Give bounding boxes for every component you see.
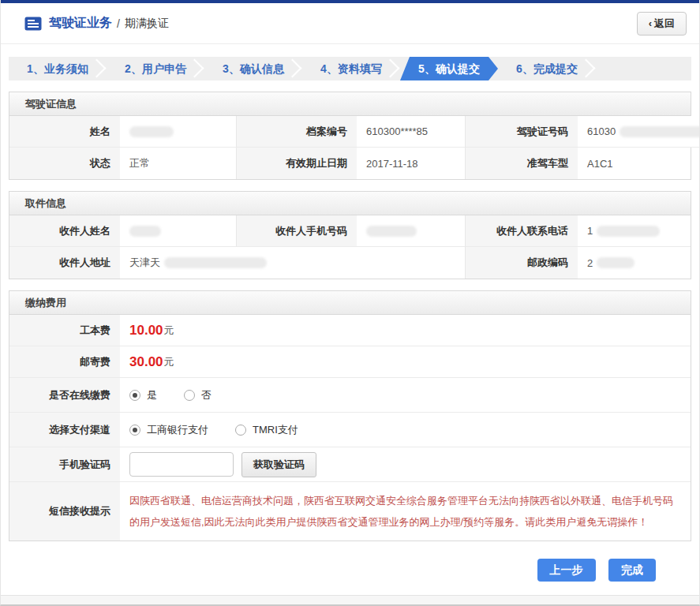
sms-code-row: 手机验证码 获取验证码: [9, 447, 691, 482]
pickup-info-row-2: 收件人地址 天津天 邮政编码 2: [9, 247, 691, 279]
permitted-vehicle-value: A1C1: [578, 148, 691, 179]
back-button-label: 返回: [654, 17, 675, 29]
sms-tip-label: 短信接收提示: [9, 482, 120, 541]
mailing-fee-label: 邮寄费: [9, 346, 120, 378]
step-1-business-notice: 1、业务须知: [9, 57, 107, 80]
sms-code-input[interactable]: [129, 452, 234, 477]
license-business-icon: [24, 17, 42, 31]
name-value: [120, 116, 237, 148]
step-wizard: 1、业务须知 2、用户申告 3、确认信息 4、资料填写 5、确认提交 6、完成提…: [9, 57, 691, 80]
driver-license-service-page: 驾驶证业务 / 期满换证 ‹返回 1、业务须知 2、用户申告 3、确认信息 4、…: [0, 0, 700, 606]
pay-online-no-label: 否: [201, 388, 211, 402]
recipient-phone-value: 1: [578, 215, 691, 247]
name-label: 姓名: [9, 116, 120, 148]
pay-online-no-option[interactable]: 否: [184, 388, 211, 402]
redacted-recipient-name: [129, 226, 161, 237]
step-3-confirm-info: 3、确认信息: [204, 57, 302, 80]
postal-code-label: 邮政编码: [466, 247, 578, 279]
breadcrumb-current: 期满换证: [125, 17, 169, 31]
permitted-vehicle-label: 准驾车型: [466, 148, 578, 179]
payment-channel-label: 选择支付渠道: [9, 413, 120, 447]
sms-tip-row: 短信接收提示 因陕西省联通、电信运营商技术问题，陕西省互联网交通安全综合服务管理…: [9, 482, 691, 541]
mailing-fee-amount: 30.00: [129, 354, 163, 370]
payment-section: 缴纳费用 工本费 10.00元 邮寄费 30.00元 是否在线缴费 是 否 选择…: [9, 290, 691, 541]
payment-channel-options: 工商银行支付 TMRI支付: [120, 413, 691, 447]
license-number-label: 驾驶证号码: [466, 116, 578, 148]
page-header: 驾驶证业务 / 期满换证 ‹返回: [1, 3, 699, 44]
mailing-fee-row: 邮寄费 30.00元: [9, 346, 691, 378]
license-info-row-2: 状态 正常 有效期止日期 2017-11-18 准驾车型 A1C1: [9, 148, 691, 179]
get-code-button[interactable]: 获取验证码: [241, 452, 316, 477]
step-2-user-declaration: 2、用户申告: [107, 57, 204, 80]
pay-online-yes-label: 是: [147, 388, 157, 402]
previous-step-button[interactable]: 上一步: [537, 559, 596, 582]
license-info-row-1: 姓名 档案编号 610300****85 驾驶证号码 61030: [9, 116, 691, 148]
redacted-postal-code: [597, 257, 634, 268]
radio-yes-checked-icon[interactable]: [129, 390, 140, 401]
postal-code-value: 2: [578, 247, 691, 279]
pay-online-label: 是否在线缴费: [9, 378, 120, 413]
recipient-name-label: 收件人姓名: [9, 215, 120, 247]
sms-code-field-area: 获取验证码: [120, 447, 691, 482]
recipient-address-label: 收件人地址: [9, 247, 120, 279]
finish-button[interactable]: 完成: [608, 559, 656, 582]
pickup-info-section-title: 取件信息: [9, 192, 691, 215]
pickup-info-section: 取件信息 收件人姓名 收件人手机号码 收件人联系电话 1 收件人地址 天津天 邮…: [9, 191, 691, 279]
status-label: 状态: [9, 148, 120, 179]
step-4-fill-materials: 4、资料填写: [302, 57, 400, 80]
breadcrumb-separator: /: [117, 17, 120, 30]
step-5-confirm-submit-active: 5、确认提交: [400, 57, 498, 80]
channel-tmri-option[interactable]: TMRI支付: [235, 423, 298, 437]
step-6-complete-submit: 6、完成提交: [498, 57, 596, 80]
license-number-value: 61030: [578, 116, 700, 148]
redacted-recipient-phone: [597, 226, 660, 237]
radio-tmri-icon[interactable]: [235, 425, 246, 436]
production-fee-label: 工本费: [9, 315, 120, 346]
channel-icbc-option[interactable]: 工商银行支付: [129, 423, 208, 437]
page-bottom-strip: [1, 595, 699, 604]
recipient-address-value: 天津天: [120, 247, 466, 279]
pickup-info-row-1: 收件人姓名 收件人手机号码 收件人联系电话 1: [9, 215, 691, 247]
recipient-mobile-value: [357, 215, 466, 247]
payment-channel-row: 选择支付渠道 工商银行支付 TMRI支付: [9, 413, 691, 447]
step-wizard-filler: [596, 57, 691, 80]
recipient-mobile-label: 收件人手机号码: [237, 215, 357, 247]
license-info-section: 驾驶证信息 姓名 档案编号 610300****85 驾驶证号码 61030 状…: [9, 92, 691, 180]
channel-icbc-label: 工商银行支付: [147, 423, 208, 437]
footer-actions: 上一步 完成: [1, 559, 699, 593]
radio-no-icon[interactable]: [184, 390, 195, 401]
sms-tip-content: 因陕西省联通、电信运营商技术问题，陕西省互联网交通安全综合服务管理平台无法向持陕…: [120, 482, 691, 541]
pay-online-options: 是 否: [120, 378, 691, 413]
recipient-phone-label: 收件人联系电话: [466, 215, 578, 247]
redacted-name-value: [129, 126, 174, 137]
page-title: 驾驶证业务: [49, 15, 112, 32]
status-value: 正常: [120, 148, 237, 179]
radio-icbc-checked-icon[interactable]: [129, 425, 140, 436]
chevron-left-icon: ‹: [649, 17, 652, 29]
mailing-fee-value: 30.00元: [120, 346, 691, 378]
currency-unit: 元: [164, 324, 174, 338]
sms-tip-text: 因陕西省联通、电信运营商技术问题，陕西省互联网交通安全综合服务管理平台无法向持陕…: [129, 490, 678, 533]
file-number-value: 610300****85: [357, 116, 466, 148]
file-number-label: 档案编号: [237, 116, 357, 148]
production-fee-amount: 10.00: [129, 323, 163, 339]
recipient-name-value: [120, 215, 237, 247]
production-fee-row: 工本费 10.00元: [9, 315, 691, 346]
license-info-section-title: 驾驶证信息: [9, 92, 691, 116]
currency-unit: 元: [164, 355, 174, 369]
back-button[interactable]: ‹返回: [637, 12, 687, 36]
sms-code-label: 手机验证码: [9, 447, 120, 482]
valid-until-value: 2017-11-18: [357, 148, 466, 179]
pay-online-yes-option[interactable]: 是: [129, 388, 157, 402]
production-fee-value: 10.00元: [120, 315, 691, 346]
redacted-license-number: [620, 126, 700, 137]
redacted-recipient-address: [164, 257, 267, 268]
channel-tmri-label: TMRI支付: [253, 423, 298, 437]
valid-until-label: 有效期止日期: [237, 148, 357, 179]
pay-online-row: 是否在线缴费 是 否: [9, 378, 691, 413]
payment-section-title: 缴纳费用: [9, 291, 691, 315]
redacted-recipient-mobile: [366, 226, 417, 237]
